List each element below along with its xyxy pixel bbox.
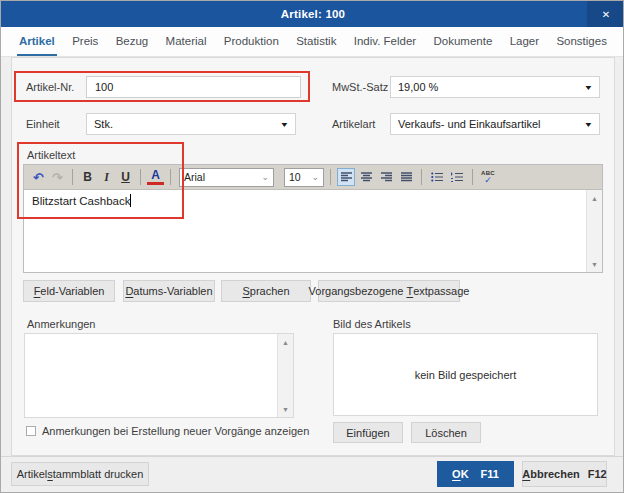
editor-toolbar: ↶ ↷ B I U A Arial ⌄ 10 ⌄ xyxy=(24,165,602,190)
artikelstammblatt-drucken-button[interactable]: Artikelstammblatt drucken xyxy=(11,462,149,486)
chevron-down-icon: ⌄ xyxy=(261,172,269,182)
title-bar[interactable]: Artikel: 100 ✕ xyxy=(1,1,624,27)
mwst-satz-label: MwSt.-Satz xyxy=(332,76,388,98)
artikel-dialog: Artikel: 100 ✕ Artikel Preis Bezug Mater… xyxy=(0,0,624,493)
anmerkungen-checkbox[interactable] xyxy=(26,426,36,436)
toolbar-separator xyxy=(472,169,473,185)
tab-material[interactable]: Material xyxy=(164,27,209,56)
chevron-down-icon: ▼ xyxy=(280,121,290,128)
chevron-down-icon: ⌄ xyxy=(311,172,319,182)
einfuegen-button[interactable]: Einfügen xyxy=(333,422,403,443)
sprachen-button[interactable]: Sprachen xyxy=(221,280,311,302)
artikelart-label: Artikelart xyxy=(332,113,375,135)
italic-button[interactable]: I xyxy=(98,168,115,187)
einheit-label: Einheit xyxy=(26,113,60,135)
redo-icon: ↷ xyxy=(49,168,66,187)
bild-placeholder: kein Bild gespeichert xyxy=(333,333,598,416)
tab-produktion[interactable]: Produktion xyxy=(222,27,281,56)
mwst-satz-select[interactable]: 19,00 % ▼ xyxy=(390,76,600,98)
loeschen-button[interactable]: Löschen xyxy=(411,422,481,443)
anmerkungen-checkbox-label: Anmerkungen bei Erstellung neuer Vorgäng… xyxy=(42,421,309,441)
font-color-button[interactable]: A xyxy=(147,170,164,185)
align-left-icon[interactable] xyxy=(337,168,355,186)
artikelart-value: Verkaufs- und Einkaufsartikel xyxy=(398,118,540,130)
toolbar-separator xyxy=(140,169,141,185)
artikeltext-label: Artikeltext xyxy=(27,144,75,166)
toolbar-separator xyxy=(72,169,73,185)
tab-lager[interactable]: Lager xyxy=(508,27,541,56)
tab-preis[interactable]: Preis xyxy=(70,27,100,56)
artikeltext-textarea[interactable]: Blitzstart Cashback xyxy=(24,190,586,272)
tab-dokumente[interactable]: Dokumente xyxy=(432,27,495,56)
font-size-combo[interactable]: 10 ⌄ xyxy=(284,168,324,187)
artikeltext-content: Blitzstart Cashback xyxy=(32,195,130,207)
abbrechen-fkey: F12 xyxy=(588,468,607,480)
tab-bar: Artikel Preis Bezug Material Produktion … xyxy=(1,27,624,57)
align-justify-icon[interactable] xyxy=(397,168,415,186)
feld-variablen-button[interactable]: Feld-Variablen xyxy=(23,280,115,302)
editor-scrollbar[interactable]: ▲ ▼ xyxy=(586,190,602,272)
artikelart-select[interactable]: Verkaufs- und Einkaufsartikel ▼ xyxy=(390,113,600,135)
tab-bezug[interactable]: Bezug xyxy=(114,27,151,56)
anmerkungen-label: Anmerkungen xyxy=(27,313,96,335)
abbrechen-button[interactable]: Abbrechen F12 xyxy=(522,461,607,487)
mwst-satz-value: 19,00 % xyxy=(398,81,438,93)
spellcheck-icon[interactable]: ABC ✓ xyxy=(481,168,495,187)
artikeltext-editor: ↶ ↷ B I U A Arial ⌄ 10 ⌄ xyxy=(23,164,603,273)
close-icon[interactable]: ✕ xyxy=(587,1,624,27)
scroll-down-icon[interactable]: ▼ xyxy=(278,403,293,415)
ok-button[interactable]: OK F11 xyxy=(437,461,514,487)
tab-artikel[interactable]: Artikel xyxy=(17,27,57,56)
bild-empty-text: kein Bild gespeichert xyxy=(415,369,517,381)
bold-button[interactable]: B xyxy=(79,168,96,187)
scroll-up-icon[interactable]: ▲ xyxy=(587,192,602,204)
datums-variablen-button[interactable]: Datums-Variablen xyxy=(123,280,215,302)
scroll-down-icon[interactable]: ▼ xyxy=(587,258,602,270)
chevron-down-icon: ▼ xyxy=(584,84,594,91)
font-size-value: 10 xyxy=(289,171,301,183)
bild-label: Bild des Artikels xyxy=(333,313,411,335)
toolbar-separator xyxy=(421,169,422,185)
window-title: Artikel: 100 xyxy=(281,8,345,20)
undo-icon[interactable]: ↶ xyxy=(30,168,47,187)
anmerkungen-textarea[interactable]: ▲ ▼ xyxy=(24,333,294,418)
text-caret xyxy=(130,194,131,207)
chevron-down-icon: ▼ xyxy=(584,121,594,128)
font-family-combo[interactable]: Arial ⌄ xyxy=(179,168,274,187)
toolbar-separator xyxy=(170,169,171,185)
anmerkungen-scrollbar[interactable]: ▲ ▼ xyxy=(277,334,293,417)
bullet-list-icon[interactable] xyxy=(428,168,446,186)
ok-fkey: F11 xyxy=(481,468,499,480)
align-center-icon[interactable] xyxy=(357,168,375,186)
scroll-up-icon[interactable]: ▲ xyxy=(278,336,293,348)
toolbar-separator xyxy=(330,169,331,185)
artikel-nr-input[interactable] xyxy=(86,76,301,98)
einheit-select[interactable]: Stk. ▼ xyxy=(86,113,296,135)
einheit-value: Stk. xyxy=(94,118,113,130)
artikel-nr-label: Artikel-Nr. xyxy=(26,76,74,98)
align-right-icon[interactable] xyxy=(377,168,395,186)
font-family-value: Arial xyxy=(184,171,205,183)
tab-statistik[interactable]: Statistik xyxy=(294,27,338,56)
numbered-list-icon[interactable] xyxy=(448,168,466,186)
underline-button[interactable]: U xyxy=(117,168,134,187)
textpassage-button[interactable]: Vorgangsbezogene Textpassage xyxy=(318,280,460,302)
tab-indiv-felder[interactable]: Indiv. Felder xyxy=(352,27,418,56)
tab-sonstiges[interactable]: Sonstiges xyxy=(554,27,609,56)
